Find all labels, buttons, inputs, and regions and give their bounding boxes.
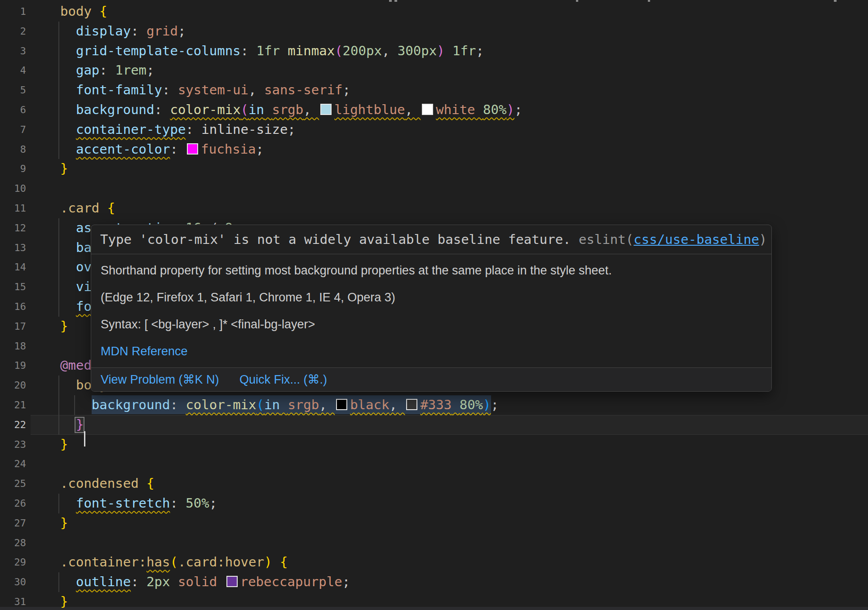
code-token: : <box>241 43 257 58</box>
code-text[interactable]: vi <box>60 277 92 297</box>
indent-guide <box>58 120 59 140</box>
code-line[interactable]: 7 container-type: inline-size; <box>0 120 868 140</box>
line-number: 29 <box>0 553 26 572</box>
code-line[interactable]: 8 accent-color: fuchsia; <box>0 140 868 159</box>
line-number: 18 <box>0 336 26 356</box>
code-token: } <box>76 415 84 435</box>
warning-squiggle <box>264 102 272 117</box>
indent-guide <box>58 494 59 513</box>
quick-fix-action[interactable]: Quick Fix... (⌘.) <box>239 373 327 386</box>
code-line[interactable]: 11.card { <box>0 199 868 218</box>
color-swatch[interactable] <box>187 143 198 155</box>
color-swatch[interactable] <box>336 399 347 410</box>
code-line[interactable]: 1body { <box>0 2 868 22</box>
warning-squiggle: , <box>303 102 319 117</box>
code-token <box>60 43 76 58</box>
code-text[interactable]: accent-color: fuchsia; <box>60 140 264 159</box>
cutoff-text-fragment <box>389 0 392 2</box>
color-swatch[interactable] <box>422 104 433 115</box>
code-line[interactable]: 3 grid-template-columns: 1fr minmax(200p… <box>0 41 868 61</box>
code-token: color-mix <box>186 397 256 412</box>
code-text[interactable]: fo <box>60 297 92 317</box>
code-line[interactable]: 6 background: color-mix(in srgb, lightbl… <box>0 100 868 120</box>
code-line[interactable]: 23} <box>0 435 868 455</box>
code-text[interactable]: body { <box>60 2 107 22</box>
code-token: in <box>248 102 264 117</box>
code-text[interactable]: background: color-mix(in srgb, lightblue… <box>60 100 522 120</box>
code-text[interactable]: } <box>60 435 68 455</box>
code-text[interactable]: grid-template-columns: 1fr minmax(200px,… <box>60 41 484 61</box>
code-line[interactable]: 4 gap: 1rem; <box>0 61 868 80</box>
code-token: ; <box>209 495 217 511</box>
code-line[interactable]: 27} <box>0 513 868 533</box>
code-text[interactable]: outline: 2px solid rebeccapurple; <box>60 572 350 592</box>
code-token: , <box>405 102 421 117</box>
line-number: 21 <box>0 395 26 415</box>
code-token: .card <box>60 200 99 216</box>
code-token: ( <box>335 43 342 58</box>
code-text[interactable]: .condensed { <box>60 474 155 494</box>
code-line[interactable]: 2 display: grid; <box>0 22 868 41</box>
code-token: 80% <box>460 397 483 412</box>
eslint-rule-link[interactable]: css/use-baseline <box>633 232 759 247</box>
code-token <box>60 23 76 39</box>
code-token <box>272 554 279 570</box>
code-token: sans-serif <box>264 82 343 97</box>
color-swatch[interactable] <box>406 399 417 410</box>
code-text[interactable]: } <box>60 592 68 610</box>
color-swatch[interactable] <box>320 104 332 115</box>
code-text[interactable]: container-type: inline-size; <box>60 120 296 140</box>
code-token <box>280 397 288 412</box>
code-text[interactable]: .card { <box>60 199 115 218</box>
code-line[interactable]: 9} <box>0 159 868 179</box>
code-token: ; <box>514 102 522 117</box>
code-line[interactable]: 10 <box>0 179 868 199</box>
code-line[interactable]: 28 <box>0 533 868 553</box>
doc-browser-support: (Edge 12, Firefox 1, Safari 1, Chrome 1,… <box>91 284 771 311</box>
line-number: 7 <box>0 120 26 140</box>
hover-documentation: Shorthand property for setting most back… <box>91 254 771 367</box>
code-line[interactable]: 22 } <box>0 415 868 435</box>
code-text[interactable]: font-family: system-ui, sans-serif; <box>60 80 350 100</box>
code-line[interactable]: 24 <box>0 454 868 474</box>
color-swatch[interactable] <box>226 576 238 587</box>
code-text[interactable]: } <box>60 415 84 435</box>
code-text[interactable]: display: grid; <box>60 22 186 41</box>
code-text[interactable]: font-stretch: 50%; <box>60 494 217 513</box>
code-token: ; <box>491 397 499 412</box>
code-line[interactable]: 26 font-stretch: 50%; <box>0 494 868 513</box>
code-token <box>60 82 76 97</box>
warning-squiggle: accent-color <box>76 141 170 157</box>
problem-source-prefix: eslint( <box>579 232 633 247</box>
mdn-reference-link[interactable]: MDN Reference <box>101 345 188 358</box>
indent-guide <box>58 395 59 415</box>
code-text[interactable]: } <box>60 513 68 533</box>
code-token: fuchsia <box>201 141 256 157</box>
code-token: ) <box>483 397 491 412</box>
code-token: , <box>248 82 264 97</box>
code-line[interactable]: 21 background: color-mix(in srgb, black,… <box>0 395 868 415</box>
code-text[interactable]: ov <box>60 257 92 277</box>
problem-message: Type 'color-mix' is not a widely availab… <box>100 232 579 247</box>
code-text[interactable]: } <box>60 317 68 336</box>
code-text[interactable]: gap: 1rem; <box>60 61 155 80</box>
line-number: 5 <box>0 80 26 100</box>
code-text[interactable]: background: color-mix(in srgb, black, #3… <box>60 395 499 415</box>
code-token: , <box>303 102 319 117</box>
code-line[interactable]: 5 font-family: system-ui, sans-serif; <box>0 80 868 100</box>
code-token: : <box>99 62 115 78</box>
code-text[interactable]: } <box>60 159 68 179</box>
view-problem-action[interactable]: View Problem (⌘K N) <box>101 373 219 386</box>
code-text[interactable]: ba <box>60 238 92 258</box>
line-number: 11 <box>0 199 26 218</box>
code-line[interactable]: 30 outline: 2px solid rebeccapurple; <box>0 572 868 592</box>
code-token: outline <box>76 574 131 589</box>
code-token: white <box>436 102 475 117</box>
problem-source-suffix: ) <box>759 232 767 247</box>
line-number: 8 <box>0 140 26 159</box>
indent-guide <box>58 415 59 435</box>
code-token <box>60 495 76 511</box>
code-line[interactable]: 25.condensed { <box>0 474 868 494</box>
code-text[interactable]: .container:has(.card:hover) { <box>60 553 288 572</box>
code-line[interactable]: 29.container:has(.card:hover) { <box>0 553 868 572</box>
